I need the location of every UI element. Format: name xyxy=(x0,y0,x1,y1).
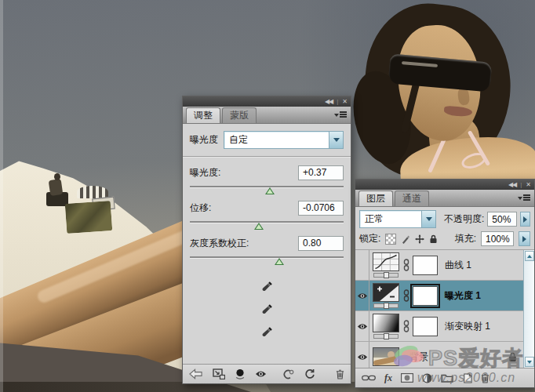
exposure-slider[interactable] xyxy=(190,183,344,194)
layers-list: 曲线 1 曝光度 1 xyxy=(355,250,534,368)
layer-row-gradient-map[interactable]: 渐变映射 1 xyxy=(355,311,523,342)
offset-slider-thumb[interactable] xyxy=(254,223,264,230)
scroll-up-icon[interactable] xyxy=(525,251,534,261)
adjustments-body: 曝光度 自定 曝光度: +0.37 位移: -0.0706 xyxy=(183,124,351,364)
layers-scrollbar[interactable] xyxy=(523,250,534,368)
exposure-value-input[interactable]: +0.37 xyxy=(298,165,344,180)
blend-mode-value: 正常 xyxy=(360,211,421,227)
gray-point-eyedropper-icon[interactable] xyxy=(191,303,344,315)
lock-position-move-icon[interactable] xyxy=(415,234,424,244)
thumbnail-mini-slider xyxy=(373,273,399,278)
thumbnail-mini-slider xyxy=(373,334,399,339)
eyedropper-tools xyxy=(191,280,344,338)
adjustments-panel: ◀◀ | ✕ 调整 蒙版 曝光度 自定 曝光度: +0.37 xyxy=(182,96,351,384)
background-locked-icon xyxy=(508,352,517,362)
titlebar-separator: | xyxy=(520,182,522,188)
lock-all-padlock-icon[interactable] xyxy=(429,234,438,244)
close-panel-icon[interactable]: ✕ xyxy=(342,99,347,105)
layer-row-curves[interactable]: 曲线 1 xyxy=(355,250,523,281)
link-layers-icon[interactable] xyxy=(362,375,376,381)
photo-distant-person xyxy=(45,173,71,208)
new-group-folder-icon[interactable] xyxy=(441,373,453,383)
layer-name[interactable]: 曲线 1 xyxy=(445,259,471,272)
layer-name[interactable]: 曝光度 1 xyxy=(445,289,481,303)
lock-pixels-brush-icon[interactable] xyxy=(401,234,410,244)
reset-defaults-icon[interactable] xyxy=(304,368,315,379)
gamma-slider-thumb[interactable] xyxy=(275,258,284,265)
gamma-field: 灰度系数校正: 0.80 xyxy=(190,235,344,265)
adjustments-panel-titlebar: ◀◀ | ✕ xyxy=(183,96,351,107)
delete-adjustment-trash-icon[interactable] xyxy=(336,369,344,379)
expand-panel-icon[interactable] xyxy=(213,368,225,379)
fill-spinner-icon[interactable] xyxy=(519,231,530,246)
layers-tab-bar: 图层 通道 xyxy=(355,190,534,207)
mask-link-icon[interactable] xyxy=(403,320,409,332)
preset-value: 自定 xyxy=(224,132,329,148)
new-layer-icon[interactable] xyxy=(462,373,472,383)
scroll-down-icon[interactable] xyxy=(525,357,534,367)
visibility-eye-icon[interactable] xyxy=(255,370,267,378)
exposure-slider-thumb[interactable] xyxy=(265,187,275,194)
close-panel-icon[interactable]: ✕ xyxy=(526,182,530,188)
curves-thumbnail[interactable] xyxy=(373,252,399,271)
lock-transparency-icon[interactable] xyxy=(385,234,396,245)
visibility-toggle-on[interactable] xyxy=(355,281,369,310)
layer-style-fx-icon[interactable]: fx xyxy=(384,372,392,384)
collapse-panel-icon[interactable]: ◀◀ xyxy=(325,99,333,105)
delete-layer-trash-icon[interactable] xyxy=(481,373,490,383)
visibility-toggle-empty[interactable] xyxy=(355,250,369,280)
new-adjustment-layer-icon[interactable] xyxy=(422,373,432,383)
layer-row-exposure[interactable]: 曝光度 1 xyxy=(355,281,523,311)
dropdown-arrow-icon[interactable] xyxy=(329,132,343,148)
white-point-eyedropper-icon[interactable] xyxy=(191,325,344,338)
exposure-type-label: 曝光度 xyxy=(190,133,218,147)
layer-mask-thumbnail[interactable] xyxy=(413,256,438,275)
opacity-value-input[interactable]: 50% xyxy=(487,212,516,227)
tab-masks[interactable]: 蒙版 xyxy=(222,107,257,123)
mask-link-icon[interactable] xyxy=(403,289,409,302)
offset-field: 位移: -0.0706 xyxy=(190,200,344,230)
exposure-label: 曝光度: xyxy=(190,166,220,180)
opacity-spinner-icon[interactable] xyxy=(520,212,530,227)
layer-mask-thumbnail-selected[interactable] xyxy=(413,286,438,306)
thumbnail-mini-slider xyxy=(373,303,399,308)
exposure-preset-dropdown[interactable]: 自定 xyxy=(224,131,344,149)
layer-name[interactable]: 渐变映射 1 xyxy=(445,320,490,333)
lock-label: 锁定: xyxy=(359,232,380,245)
panel-menu-icon[interactable] xyxy=(518,194,530,202)
mask-link-icon[interactable] xyxy=(403,259,409,271)
add-layer-mask-icon[interactable] xyxy=(401,373,413,383)
dropdown-arrow-icon[interactable] xyxy=(421,211,435,227)
offset-slider[interactable] xyxy=(190,218,344,230)
collapse-panel-icon[interactable]: ◀◀ xyxy=(508,182,516,188)
visibility-toggle-on[interactable] xyxy=(355,311,369,341)
titlebar-separator: | xyxy=(337,99,338,105)
exposure-thumbnail[interactable] xyxy=(373,283,399,302)
layer-row-background[interactable]: 背景 xyxy=(355,342,523,368)
layer-name[interactable]: 背景 xyxy=(409,350,428,364)
layer-mask-thumbnail[interactable] xyxy=(413,317,438,336)
adjustments-footer xyxy=(183,364,351,383)
fill-value-input[interactable]: 100% xyxy=(481,231,514,246)
clip-to-layer-icon[interactable] xyxy=(235,368,245,379)
reset-previous-icon[interactable] xyxy=(282,369,294,379)
offset-value-input[interactable]: -0.0706 xyxy=(298,201,344,216)
visibility-toggle-on[interactable] xyxy=(355,342,369,368)
offset-label: 位移: xyxy=(190,201,211,215)
tab-adjustments[interactable]: 调整 xyxy=(186,107,220,123)
gamma-slider[interactable] xyxy=(190,253,344,265)
gradient-map-thumbnail[interactable] xyxy=(373,314,399,332)
divider xyxy=(183,156,351,158)
tab-layers[interactable]: 图层 xyxy=(358,191,393,206)
blend-mode-dropdown[interactable]: 正常 xyxy=(359,210,436,228)
lock-row: 锁定: 填充: 100% xyxy=(355,230,534,250)
blend-mode-row: 正常 不透明度: 50% xyxy=(355,207,534,230)
black-point-eyedropper-icon[interactable] xyxy=(191,280,344,292)
opacity-label: 不透明度: xyxy=(444,212,484,226)
back-arrow-icon[interactable] xyxy=(189,368,202,379)
panel-menu-icon[interactable] xyxy=(334,111,347,119)
fill-label: 填充: xyxy=(455,232,476,245)
gamma-value-input[interactable]: 0.80 xyxy=(298,236,344,251)
tab-channels[interactable]: 通道 xyxy=(395,191,429,206)
background-photo-thumbnail[interactable] xyxy=(373,347,399,366)
